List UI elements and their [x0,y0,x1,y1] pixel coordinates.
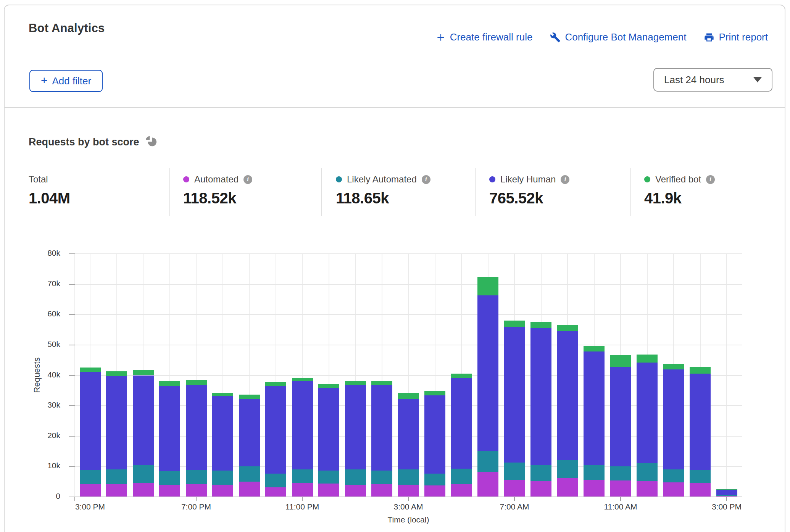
bar-segment-verified-bot[interactable] [133,370,154,376]
bar-segment-automated[interactable] [318,484,339,497]
bar-segment-automated[interactable] [292,483,313,497]
bar-segment-likely-human[interactable] [292,381,313,469]
bar-segment-verified-bot[interactable] [637,355,658,363]
bar-segment-likely-automated[interactable] [212,471,233,485]
bar-segment-likely-automated[interactable] [477,451,498,472]
bar-segment-automated[interactable] [212,485,233,497]
bar-segment-automated[interactable] [159,485,180,497]
bar-segment-likely-automated[interactable] [530,465,551,481]
bar-segment-likely-human[interactable] [477,295,498,451]
bar-segment-likely-human[interactable] [451,378,472,469]
bar-segment-likely-automated[interactable] [292,469,313,483]
bar-segment-automated[interactable] [610,480,631,497]
bar-segment-verified-bot[interactable] [424,391,445,395]
bar-segment-verified-bot[interactable] [345,381,366,385]
bar-segment-verified-bot[interactable] [371,381,392,385]
y-axis-tick-label: 10k [22,461,60,470]
bar-segment-likely-automated[interactable] [345,469,366,485]
bar-segment-likely-human[interactable] [239,399,260,467]
bar-segment-likely-human[interactable] [557,331,578,460]
bar-segment-likely-human[interactable] [106,376,127,469]
bar-segment-verified-bot[interactable] [451,374,472,378]
bar-segment-automated[interactable] [80,484,101,497]
bar-segment-likely-automated[interactable] [610,466,631,480]
bar-segment-verified-bot[interactable] [212,393,233,397]
bar-segment-verified-bot[interactable] [239,395,260,398]
bar-segment-verified-bot[interactable] [318,384,339,388]
bar-segment-verified-bot[interactable] [716,489,737,490]
bar-segment-likely-automated[interactable] [398,469,419,485]
bar-segment-likely-automated[interactable] [80,470,101,484]
bar-segment-likely-automated[interactable] [584,465,605,480]
bar-segment-likely-human[interactable] [530,328,551,465]
bar-segment-likely-human[interactable] [80,372,101,470]
bar-segment-automated[interactable] [557,478,578,497]
bar-segment-verified-bot[interactable] [530,322,551,328]
bar-segment-likely-human[interactable] [690,374,711,470]
bar-segment-likely-human[interactable] [716,490,737,495]
bar-segment-likely-human[interactable] [133,376,154,465]
bar-segment-verified-bot[interactable] [504,321,525,327]
bar-segment-verified-bot[interactable] [557,325,578,331]
bar-segment-likely-automated[interactable] [663,469,684,483]
bar-segment-verified-bot[interactable] [663,364,684,369]
bar-segment-likely-automated[interactable] [265,474,286,487]
bar-segment-automated[interactable] [663,482,684,497]
bar-segment-likely-human[interactable] [265,386,286,474]
bar-segment-automated[interactable] [637,481,658,497]
bar-segment-likely-automated[interactable] [106,469,127,484]
bar-segment-verified-bot[interactable] [106,371,127,376]
bar-segment-automated[interactable] [106,484,127,497]
bar-segment-likely-automated[interactable] [504,463,525,480]
bar-segment-automated[interactable] [345,485,366,497]
bar-segment-automated[interactable] [477,472,498,497]
bar-segment-likely-human[interactable] [424,395,445,474]
bar-segment-automated[interactable] [398,485,419,497]
bar-segment-verified-bot[interactable] [159,381,180,386]
bar-segment-likely-automated[interactable] [186,470,207,484]
bar-segment-verified-bot[interactable] [80,368,101,372]
bar-segment-automated[interactable] [530,481,551,497]
bar-segment-likely-human[interactable] [371,385,392,471]
bar-segment-likely-human[interactable] [610,367,631,466]
bar-segment-likely-human[interactable] [398,399,419,470]
bar-segment-likely-human[interactable] [584,351,605,465]
bar-segment-likely-automated[interactable] [637,463,658,481]
bar-segment-likely-human[interactable] [345,385,366,469]
bar-segment-likely-automated[interactable] [318,471,339,484]
bar-segment-verified-bot[interactable] [265,382,286,386]
bar-segment-likely-human[interactable] [637,363,658,463]
bar-segment-automated[interactable] [186,484,207,497]
bar-segment-verified-bot[interactable] [398,393,419,399]
bar-segment-likely-human[interactable] [504,327,525,463]
bar-segment-likely-automated[interactable] [133,465,154,483]
bar-segment-likely-automated[interactable] [371,471,392,485]
bar-segment-likely-automated[interactable] [690,470,711,483]
bar-segment-automated[interactable] [265,487,286,497]
bar-segment-verified-bot[interactable] [292,378,313,382]
bar-segment-automated[interactable] [239,482,260,497]
bar-segment-likely-automated[interactable] [716,495,737,496]
bar-segment-likely-human[interactable] [159,386,180,471]
bar-segment-likely-human[interactable] [212,396,233,470]
bar-segment-likely-human[interactable] [663,369,684,469]
bar-segment-automated[interactable] [690,483,711,497]
bar-segment-verified-bot[interactable] [584,346,605,351]
bar-segment-likely-automated[interactable] [557,460,578,478]
bar-segment-automated[interactable] [504,480,525,497]
bar-segment-automated[interactable] [424,485,445,497]
bar-segment-automated[interactable] [371,484,392,497]
bar-segment-verified-bot[interactable] [690,367,711,374]
bar-segment-likely-automated[interactable] [424,474,445,485]
bar-segment-likely-automated[interactable] [451,469,472,484]
bar-segment-verified-bot[interactable] [477,277,498,296]
bar-segment-likely-human[interactable] [186,385,207,470]
bar-segment-likely-human[interactable] [318,388,339,471]
bar-segment-likely-automated[interactable] [159,471,180,485]
bar-segment-automated[interactable] [451,484,472,497]
bar-segment-likely-automated[interactable] [239,466,260,482]
bar-segment-automated[interactable] [133,483,154,497]
bar-segment-automated[interactable] [584,480,605,497]
bar-segment-verified-bot[interactable] [186,380,207,385]
bar-segment-verified-bot[interactable] [610,355,631,367]
